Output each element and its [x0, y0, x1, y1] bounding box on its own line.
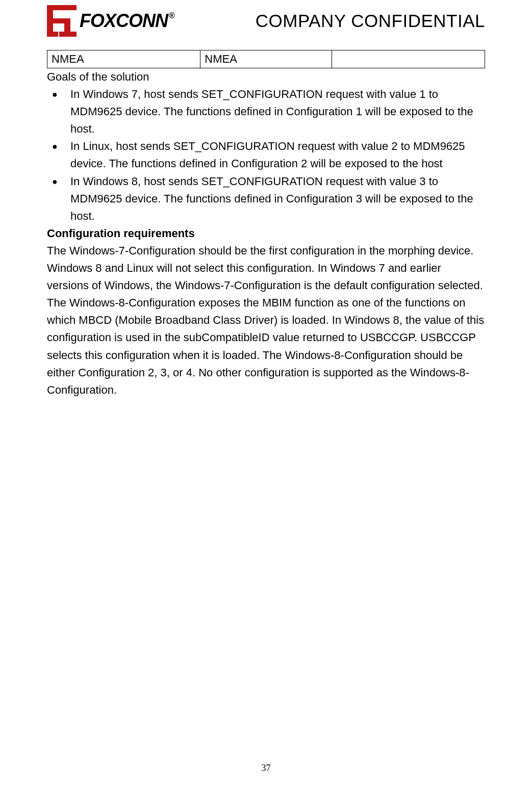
table-cell: NMEA: [200, 50, 332, 68]
config-heading: Configuration requirements: [47, 225, 485, 242]
list-item: In Windows 7, host sends SET_CONFIGURATI…: [47, 86, 485, 138]
goals-list: In Windows 7, host sends SET_CONFIGURATI…: [47, 86, 485, 225]
table-row: NMEA NMEA: [47, 50, 485, 68]
brand-name: FOXCONN ®: [80, 10, 174, 32]
list-item: In Windows 8, host sends SET_CONFIGURATI…: [47, 173, 485, 225]
config-paragraph-2: The Windows-8-Configuration exposes the …: [47, 294, 485, 399]
list-item: In Linux, host sends SET_CONFIGURATION r…: [47, 138, 485, 172]
confidential-label: COMPANY CONFIDENTIAL: [256, 11, 485, 31]
svg-rect-4: [47, 32, 58, 37]
config-paragraph-1: The Windows-7-Configuration should be th…: [47, 242, 485, 294]
foxconn-logo-icon: [47, 5, 77, 37]
nmea-table: NMEA NMEA: [47, 50, 485, 68]
registered-mark: ®: [169, 11, 174, 20]
goals-heading: Goals of the solution: [47, 68, 485, 86]
svg-rect-5: [59, 32, 77, 37]
page-header: FOXCONN ® COMPANY CONFIDENTIAL: [47, 0, 485, 47]
table-cell: NMEA: [47, 50, 200, 68]
brand-logo: FOXCONN ®: [47, 5, 174, 37]
page-number: 37: [0, 763, 532, 774]
brand-name-text: FOXCONN: [80, 10, 168, 32]
table-cell: [332, 50, 485, 68]
